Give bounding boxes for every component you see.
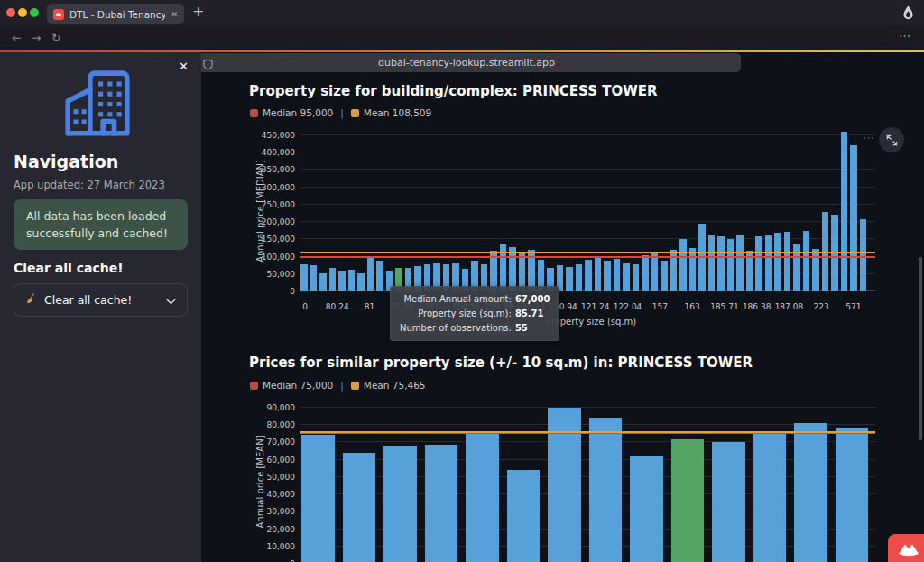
y-tick-label: 350,000 xyxy=(221,165,295,174)
chart2-plot[interactable] xyxy=(300,401,875,562)
highlighted-bar[interactable] xyxy=(671,439,705,562)
tooltip-value: 55 xyxy=(515,323,550,333)
median-line xyxy=(300,256,875,258)
bar[interactable] xyxy=(794,423,827,562)
new-tab-button[interactable]: + xyxy=(192,3,204,20)
tab-close-icon[interactable]: ✕ xyxy=(171,10,178,19)
gridline xyxy=(300,407,875,408)
bar[interactable] xyxy=(717,236,725,291)
chart2-legend: Median 75,000 | Mean 75,465 xyxy=(250,380,426,391)
mean-swatch xyxy=(351,109,359,117)
median-legend-label: Median 95,000 xyxy=(263,107,333,118)
bar[interactable] xyxy=(661,261,668,291)
bar[interactable] xyxy=(642,255,649,291)
bar[interactable] xyxy=(836,428,869,562)
expander-label: Clear all cache! xyxy=(44,293,159,307)
clear-cache-expander[interactable]: Clear all cache! xyxy=(14,283,188,317)
app-window: DTL - Dubai Tenancy Lookup ✕ + ← → ↻ dub… xyxy=(0,0,924,562)
bar[interactable] xyxy=(712,442,745,562)
bar[interactable] xyxy=(566,267,573,291)
bar[interactable] xyxy=(784,232,791,291)
traffic-light-minimize[interactable] xyxy=(18,8,27,17)
bar[interactable] xyxy=(589,418,623,562)
bar[interactable] xyxy=(310,265,318,291)
bar[interactable] xyxy=(850,145,857,291)
back-icon[interactable]: ← xyxy=(12,31,21,44)
bar[interactable] xyxy=(576,264,583,291)
browser-toolbar: ← → ↻ dubai-tenancy-lookup.streamlit.app… xyxy=(0,25,924,50)
bar[interactable] xyxy=(614,259,621,291)
chart-menu-dots-icon[interactable]: ⋯ xyxy=(863,131,875,144)
bar[interactable] xyxy=(860,219,867,291)
flame-icon[interactable] xyxy=(901,5,915,23)
bar[interactable] xyxy=(633,264,640,291)
bar[interactable] xyxy=(383,446,417,562)
y-tick-label: 90,000 xyxy=(221,403,295,412)
streamlit-crown-icon xyxy=(898,542,919,557)
bar[interactable] xyxy=(623,263,630,291)
y-tick-label: 100,000 xyxy=(221,253,295,262)
bar[interactable] xyxy=(357,273,365,291)
bar[interactable] xyxy=(727,239,735,291)
bar[interactable] xyxy=(466,432,499,562)
bar[interactable] xyxy=(348,270,356,291)
bar[interactable] xyxy=(765,235,772,291)
y-tick-label: 70,000 xyxy=(221,438,295,447)
bar[interactable] xyxy=(425,445,458,562)
forward-icon[interactable]: → xyxy=(32,31,41,44)
url-bar[interactable]: dubai-tenancy-lookup.streamlit.app xyxy=(192,53,741,72)
building-logo-icon xyxy=(60,69,134,143)
bar[interactable] xyxy=(753,433,787,562)
bar[interactable] xyxy=(300,264,308,291)
bar[interactable] xyxy=(651,253,659,291)
y-tick-label: 60,000 xyxy=(221,456,295,465)
chart-tooltip: Median Annual amount: 67,000 Property si… xyxy=(390,286,559,341)
gridline xyxy=(300,187,875,188)
y-tick-label: 10,000 xyxy=(221,542,295,551)
bar[interactable] xyxy=(329,268,337,291)
bar[interactable] xyxy=(736,235,744,291)
shield-icon[interactable] xyxy=(203,57,213,74)
median-swatch xyxy=(250,109,258,117)
bar[interactable] xyxy=(708,235,716,291)
y-tick-label: 300,000 xyxy=(221,183,295,192)
bar[interactable] xyxy=(679,239,687,291)
scrollbar-thumb[interactable] xyxy=(919,257,922,440)
bar[interactable] xyxy=(595,258,602,291)
bar[interactable] xyxy=(367,258,374,291)
gridline xyxy=(300,152,875,152)
bar[interactable] xyxy=(803,231,810,291)
toolbar-overflow-icon[interactable]: ⋯ xyxy=(899,29,911,42)
mean-legend-label: Mean 108,509 xyxy=(364,107,431,118)
bar[interactable] xyxy=(507,470,541,562)
url-text: dubai-tenancy-lookup.streamlit.app xyxy=(378,57,555,69)
bar[interactable] xyxy=(755,236,762,291)
median-swatch xyxy=(250,382,258,390)
bar[interactable] xyxy=(301,435,335,562)
bar[interactable] xyxy=(812,249,819,291)
sidebar-close-icon[interactable]: ✕ xyxy=(179,60,189,73)
fullscreen-button[interactable] xyxy=(879,127,904,152)
traffic-light-zoom[interactable] xyxy=(30,8,39,17)
bar[interactable] xyxy=(841,132,848,291)
bar[interactable] xyxy=(630,456,663,562)
mean-legend-label: Mean 75,465 xyxy=(364,380,426,391)
bar[interactable] xyxy=(338,271,346,291)
browser-tab[interactable]: DTL - Dubai Tenancy Lookup ✕ xyxy=(47,4,184,24)
browser-tab-strip: DTL - Dubai Tenancy Lookup ✕ + xyxy=(0,0,924,25)
bar[interactable] xyxy=(774,233,781,291)
y-tick-label: 40,000 xyxy=(221,490,295,499)
y-tick-label: 400,000 xyxy=(221,148,295,157)
bar[interactable] xyxy=(689,248,697,291)
bar[interactable] xyxy=(376,261,383,291)
bar[interactable] xyxy=(319,273,327,291)
legend-separator: | xyxy=(340,107,344,118)
bar[interactable] xyxy=(343,453,376,562)
reload-icon[interactable]: ↻ xyxy=(51,31,60,44)
traffic-light-close[interactable] xyxy=(6,8,15,17)
chart1-plot[interactable] xyxy=(300,131,875,291)
bar[interactable] xyxy=(604,261,611,291)
bar[interactable] xyxy=(585,260,592,291)
streamlit-badge[interactable] xyxy=(888,534,924,562)
chart1-legend: Median 95,000 | Mean 108,509 xyxy=(250,107,431,118)
